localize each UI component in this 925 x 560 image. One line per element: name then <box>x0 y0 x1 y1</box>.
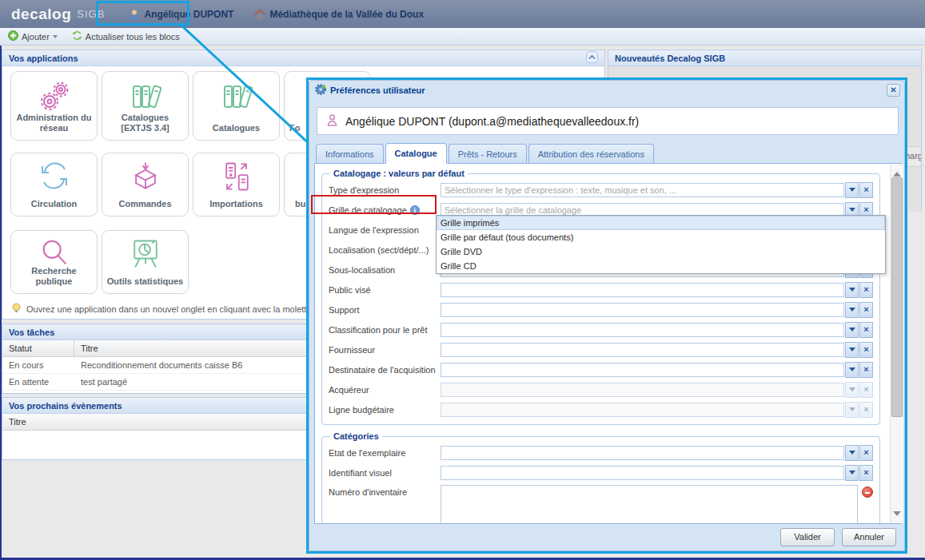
dialog-tab-strip: Informations Catalogue Prêts - Retours A… <box>314 142 901 164</box>
clear-field-icon: × <box>859 402 873 418</box>
field-destinataire-acquisition: Destinataire de l'acquisition × <box>329 360 873 379</box>
clear-field-icon[interactable]: × <box>859 182 873 198</box>
books-icon <box>193 77 279 116</box>
combo-trigger-icon[interactable] <box>845 445 859 461</box>
dropdown-item[interactable]: Grille CD <box>437 259 885 273</box>
combo-trigger-icon[interactable] <box>845 182 859 198</box>
app-tile-circulation[interactable]: Circulation <box>10 153 98 216</box>
combo-trigger-icon[interactable] <box>845 362 859 378</box>
dropdown-item[interactable]: Grille par défaut (tous documents) <box>437 230 885 244</box>
blue-highlight-annotation <box>96 1 189 26</box>
combo-trigger-icon[interactable] <box>845 342 859 358</box>
tab-catalogue[interactable]: Catalogue <box>385 143 447 164</box>
app-logo: decalog <box>11 6 71 23</box>
apps-panel-title: Vos applications <box>9 54 78 63</box>
app-tile-commandes[interactable]: Commandes <box>102 153 189 216</box>
collapse-panel-icon[interactable] <box>586 51 598 65</box>
add-button-label: Ajouter <box>22 32 50 42</box>
red-highlight-annotation <box>311 195 437 214</box>
chart-easel-icon <box>102 236 188 272</box>
news-panel-title: Nouveautés Decalog SIGB <box>615 54 725 63</box>
dialog-footer: Valider Annuler <box>309 523 904 550</box>
clear-field-icon[interactable]: × <box>859 322 873 338</box>
column-header-statut[interactable]: Statut <box>2 340 74 356</box>
lightbulb-icon <box>11 303 22 315</box>
gears-icon <box>11 77 97 116</box>
combo-trigger-icon[interactable] <box>845 282 859 298</box>
app-tile-recherche-publique[interactable]: Recherche publique <box>10 230 98 294</box>
field-fournisseur: Fournisseur × <box>329 340 873 359</box>
transfer-icon <box>193 159 279 194</box>
preferences-dialog: Préférences utilisateur ✕ Angélique DUPO… <box>306 77 907 554</box>
tab-informations[interactable]: Informations <box>316 144 384 163</box>
scroll-down-icon[interactable] <box>893 511 901 520</box>
add-button[interactable]: Ajouter <box>8 30 58 42</box>
fieldset-categories-legend: Catégories <box>330 431 382 441</box>
refresh-button-label: Actualiser tous les blocs <box>86 32 180 42</box>
numero-inventaire-textarea[interactable] <box>441 485 858 524</box>
tab-attribution-reservations[interactable]: Attribution des réservations <box>528 144 654 163</box>
clear-field-icon[interactable]: × <box>859 465 873 481</box>
dialog-user-line: Angélique DUPONT (dupont.a@mediathequeva… <box>345 115 639 128</box>
dropdown-item[interactable]: Grille DVD <box>437 244 885 259</box>
remove-icon[interactable] <box>862 487 873 498</box>
events-panel-title: Vos prochains évènements <box>9 401 122 411</box>
clear-field-icon: × <box>859 382 873 398</box>
clear-field-icon[interactable]: × <box>859 302 873 318</box>
refresh-icon <box>72 30 82 42</box>
close-icon[interactable]: ✕ <box>887 84 900 97</box>
combo-trigger-icon[interactable] <box>845 465 859 481</box>
library-name-label: Médiathèque de la Vallée du Doux <box>269 9 424 20</box>
clear-field-icon[interactable]: × <box>859 282 873 298</box>
grille-catalogage-dropdown: Grille imprimés Grille par défaut (tous … <box>436 215 886 274</box>
field-identifiant-visuel: Identifiant visuel × <box>329 463 873 482</box>
ligne-budgetaire-input <box>441 403 844 417</box>
fieldset-catalogage-legend: Catalogage : valeurs par défaut <box>330 169 468 178</box>
books-icon <box>102 77 188 116</box>
public-vise-input[interactable] <box>441 283 844 297</box>
scrollbar-thumb[interactable] <box>891 177 903 417</box>
dialog-title-bar[interactable]: Préférences utilisateur <box>309 81 904 100</box>
person-icon <box>327 114 337 129</box>
app-tile-outils-statistiques[interactable]: Outils statistiques <box>102 230 189 294</box>
combo-trigger-icon <box>845 402 859 418</box>
clear-field-icon[interactable]: × <box>859 342 873 358</box>
home-icon <box>254 9 265 20</box>
app-tile-importations[interactable]: Importations <box>193 153 280 216</box>
field-support: Support × <box>329 300 873 319</box>
dropdown-item[interactable]: Grille imprimés <box>437 216 885 230</box>
clear-field-icon[interactable]: × <box>859 445 873 461</box>
field-classification-pret: Classification pour le prêt × <box>329 320 873 339</box>
clear-field-icon[interactable]: × <box>859 362 873 378</box>
tasks-panel-title: Vos tâches <box>9 328 54 337</box>
app-tile-catalogues-extjs[interactable]: Catalogues [EXTJS 3.4] <box>102 71 189 141</box>
field-etat-exemplaire: Etat de l'exemplaire × <box>329 443 873 462</box>
classification-pret-input[interactable] <box>441 323 844 337</box>
cancel-button[interactable]: Annuler <box>842 528 896 546</box>
form-scrollbar[interactable] <box>890 165 903 523</box>
fieldset-categories: Catégories Etat de l'exemplaire × Identi… <box>321 431 880 524</box>
field-numero-inventaire: Numéro d'inventaire <box>329 485 873 524</box>
acquereur-input <box>441 383 844 397</box>
field-public-vise: Public visé × <box>329 280 873 299</box>
fournisseur-input[interactable] <box>441 343 844 357</box>
field-ligne-budgetaire: Ligne budgétaire × <box>329 400 873 419</box>
support-input[interactable] <box>441 303 844 317</box>
library-menu-button[interactable]: Médiathèque de la Vallée du Doux <box>254 9 424 20</box>
combo-trigger-icon[interactable] <box>845 322 859 338</box>
type-expression-input[interactable] <box>441 183 844 197</box>
apps-panel-header: Vos applications <box>2 50 604 66</box>
combo-trigger-icon[interactable] <box>845 302 859 318</box>
scroll-up-icon[interactable] <box>893 168 901 177</box>
app-tile-administration-reseau[interactable]: Administration du réseau <box>10 71 98 141</box>
dialog-title: Préférences utilisateur <box>330 85 425 95</box>
validate-button[interactable]: Valider <box>780 528 835 546</box>
cycle-arrows-icon <box>11 159 97 193</box>
preferences-gear-icon <box>315 84 326 97</box>
add-dropdown-caret-icon <box>53 35 58 41</box>
destinataire-acquisition-input[interactable] <box>441 363 844 377</box>
tab-prets-retours[interactable]: Prêts - Retours <box>449 144 527 163</box>
etat-exemplaire-input[interactable] <box>441 446 844 460</box>
refresh-blocks-button[interactable]: Actualiser tous les blocs <box>72 30 180 42</box>
identifiant-visuel-input[interactable] <box>441 466 844 480</box>
